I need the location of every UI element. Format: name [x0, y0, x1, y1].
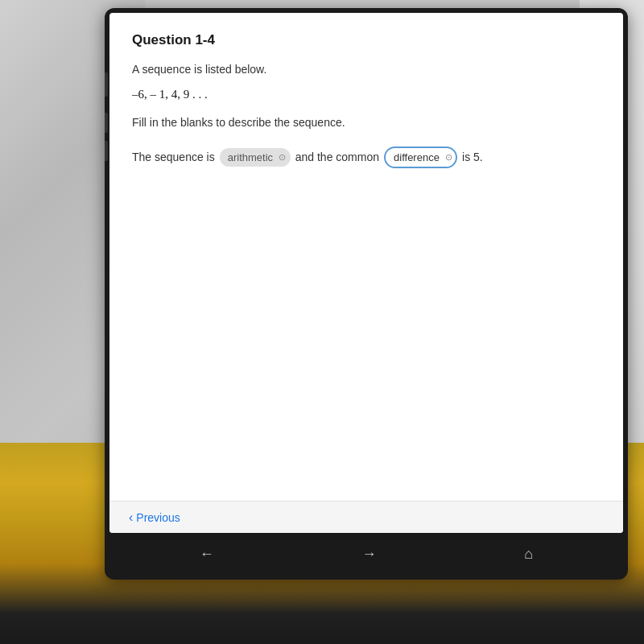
tablet-screen: Question 1-4 A sequence is listed below.… [109, 13, 623, 533]
question-body: A sequence is listed below. [132, 61, 601, 78]
fill-instruction: Fill in the blanks to describe the seque… [132, 114, 601, 131]
content-area: Question 1-4 A sequence is listed below.… [109, 13, 623, 501]
sequence-display: –6, – 1, 4, 9 . . . [132, 88, 601, 101]
tablet-nav-bar: ← → ⌂ [109, 533, 623, 575]
dropdown1-wrapper: arithmetic geometric neither [220, 146, 291, 168]
fill-text-middle: and the common [295, 146, 379, 168]
fill-text-after: is 5. [462, 146, 483, 168]
back-nav-icon[interactable]: ← [184, 541, 230, 568]
power-button [105, 72, 108, 97]
screen-nav-bar: ‹ Previous [109, 501, 623, 533]
common-type-dropdown[interactable]: difference ratio sum [384, 147, 457, 168]
volume-down-button [105, 141, 108, 161]
fill-text-before: The sequence is [132, 146, 215, 168]
dropdown2-wrapper: difference ratio sum [384, 146, 457, 168]
sequence-type-dropdown[interactable]: arithmetic geometric neither [220, 148, 291, 167]
home-nav-icon[interactable]: ⌂ [508, 541, 549, 568]
volume-up-button [105, 113, 108, 133]
previous-label: Previous [136, 511, 180, 524]
chevron-left-icon: ‹ [129, 511, 133, 524]
fill-line: The sequence is arithmetic geometric nei… [132, 146, 601, 168]
question-title: Question 1-4 [132, 32, 601, 48]
forward-nav-icon[interactable]: → [346, 541, 393, 568]
tablet-device: Question 1-4 A sequence is listed below.… [105, 8, 628, 580]
previous-button[interactable]: ‹ Previous [129, 511, 180, 524]
